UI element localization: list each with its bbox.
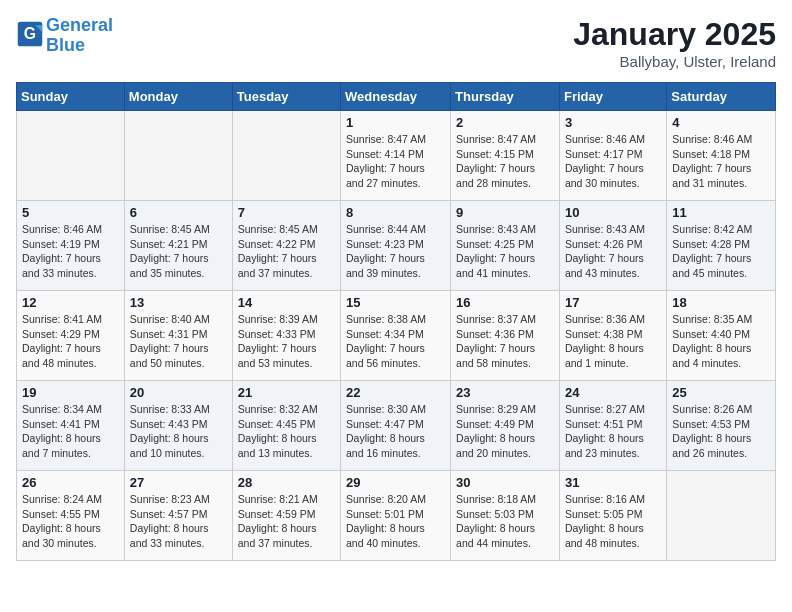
weekday-header-sunday: Sunday [17,83,125,111]
day-info: Sunrise: 8:20 AM Sunset: 5:01 PM Dayligh… [346,492,445,551]
day-number: 19 [22,385,119,400]
weekday-header-row: SundayMondayTuesdayWednesdayThursdayFrid… [17,83,776,111]
calendar-cell [232,111,340,201]
calendar-cell: 10Sunrise: 8:43 AM Sunset: 4:26 PM Dayli… [559,201,666,291]
calendar-table: SundayMondayTuesdayWednesdayThursdayFrid… [16,82,776,561]
calendar-cell: 7Sunrise: 8:45 AM Sunset: 4:22 PM Daylig… [232,201,340,291]
calendar-cell: 21Sunrise: 8:32 AM Sunset: 4:45 PM Dayli… [232,381,340,471]
weekday-header-saturday: Saturday [667,83,776,111]
day-number: 1 [346,115,445,130]
calendar-cell: 23Sunrise: 8:29 AM Sunset: 4:49 PM Dayli… [451,381,560,471]
day-info: Sunrise: 8:45 AM Sunset: 4:22 PM Dayligh… [238,222,335,281]
day-number: 22 [346,385,445,400]
calendar-cell: 24Sunrise: 8:27 AM Sunset: 4:51 PM Dayli… [559,381,666,471]
day-info: Sunrise: 8:35 AM Sunset: 4:40 PM Dayligh… [672,312,770,371]
day-number: 25 [672,385,770,400]
day-number: 27 [130,475,227,490]
day-number: 20 [130,385,227,400]
day-info: Sunrise: 8:38 AM Sunset: 4:34 PM Dayligh… [346,312,445,371]
day-info: Sunrise: 8:32 AM Sunset: 4:45 PM Dayligh… [238,402,335,461]
day-number: 16 [456,295,554,310]
calendar-cell: 1Sunrise: 8:47 AM Sunset: 4:14 PM Daylig… [341,111,451,201]
day-info: Sunrise: 8:39 AM Sunset: 4:33 PM Dayligh… [238,312,335,371]
day-number: 26 [22,475,119,490]
day-number: 10 [565,205,661,220]
day-info: Sunrise: 8:43 AM Sunset: 4:26 PM Dayligh… [565,222,661,281]
day-info: Sunrise: 8:27 AM Sunset: 4:51 PM Dayligh… [565,402,661,461]
day-info: Sunrise: 8:29 AM Sunset: 4:49 PM Dayligh… [456,402,554,461]
day-info: Sunrise: 8:43 AM Sunset: 4:25 PM Dayligh… [456,222,554,281]
day-number: 28 [238,475,335,490]
weekday-header-friday: Friday [559,83,666,111]
calendar-cell [124,111,232,201]
calendar-cell: 5Sunrise: 8:46 AM Sunset: 4:19 PM Daylig… [17,201,125,291]
calendar-cell: 3Sunrise: 8:46 AM Sunset: 4:17 PM Daylig… [559,111,666,201]
calendar-cell: 9Sunrise: 8:43 AM Sunset: 4:25 PM Daylig… [451,201,560,291]
calendar-cell: 16Sunrise: 8:37 AM Sunset: 4:36 PM Dayli… [451,291,560,381]
weekday-header-monday: Monday [124,83,232,111]
calendar-cell: 11Sunrise: 8:42 AM Sunset: 4:28 PM Dayli… [667,201,776,291]
day-number: 18 [672,295,770,310]
day-number: 6 [130,205,227,220]
logo-icon: G [16,20,44,48]
calendar-cell: 6Sunrise: 8:45 AM Sunset: 4:21 PM Daylig… [124,201,232,291]
logo-text: GeneralBlue [46,16,113,56]
day-number: 15 [346,295,445,310]
day-info: Sunrise: 8:42 AM Sunset: 4:28 PM Dayligh… [672,222,770,281]
day-info: Sunrise: 8:46 AM Sunset: 4:17 PM Dayligh… [565,132,661,191]
day-number: 21 [238,385,335,400]
calendar-cell: 14Sunrise: 8:39 AM Sunset: 4:33 PM Dayli… [232,291,340,381]
day-info: Sunrise: 8:46 AM Sunset: 4:18 PM Dayligh… [672,132,770,191]
day-number: 12 [22,295,119,310]
day-number: 17 [565,295,661,310]
day-info: Sunrise: 8:24 AM Sunset: 4:55 PM Dayligh… [22,492,119,551]
title-block: January 2025 Ballybay, Ulster, Ireland [573,16,776,70]
logo: G GeneralBlue [16,16,113,56]
day-number: 14 [238,295,335,310]
day-info: Sunrise: 8:47 AM Sunset: 4:15 PM Dayligh… [456,132,554,191]
day-info: Sunrise: 8:45 AM Sunset: 4:21 PM Dayligh… [130,222,227,281]
calendar-cell: 13Sunrise: 8:40 AM Sunset: 4:31 PM Dayli… [124,291,232,381]
day-number: 9 [456,205,554,220]
day-info: Sunrise: 8:23 AM Sunset: 4:57 PM Dayligh… [130,492,227,551]
calendar-cell: 8Sunrise: 8:44 AM Sunset: 4:23 PM Daylig… [341,201,451,291]
calendar-cell: 22Sunrise: 8:30 AM Sunset: 4:47 PM Dayli… [341,381,451,471]
day-info: Sunrise: 8:16 AM Sunset: 5:05 PM Dayligh… [565,492,661,551]
calendar-cell: 30Sunrise: 8:18 AM Sunset: 5:03 PM Dayli… [451,471,560,561]
day-number: 5 [22,205,119,220]
day-info: Sunrise: 8:41 AM Sunset: 4:29 PM Dayligh… [22,312,119,371]
day-number: 23 [456,385,554,400]
calendar-cell: 26Sunrise: 8:24 AM Sunset: 4:55 PM Dayli… [17,471,125,561]
calendar-cell: 17Sunrise: 8:36 AM Sunset: 4:38 PM Dayli… [559,291,666,381]
calendar-week-2: 5Sunrise: 8:46 AM Sunset: 4:19 PM Daylig… [17,201,776,291]
day-info: Sunrise: 8:30 AM Sunset: 4:47 PM Dayligh… [346,402,445,461]
day-number: 13 [130,295,227,310]
day-number: 24 [565,385,661,400]
calendar-cell: 12Sunrise: 8:41 AM Sunset: 4:29 PM Dayli… [17,291,125,381]
day-number: 30 [456,475,554,490]
day-info: Sunrise: 8:34 AM Sunset: 4:41 PM Dayligh… [22,402,119,461]
day-info: Sunrise: 8:33 AM Sunset: 4:43 PM Dayligh… [130,402,227,461]
day-number: 11 [672,205,770,220]
calendar-cell: 15Sunrise: 8:38 AM Sunset: 4:34 PM Dayli… [341,291,451,381]
day-info: Sunrise: 8:37 AM Sunset: 4:36 PM Dayligh… [456,312,554,371]
day-info: Sunrise: 8:46 AM Sunset: 4:19 PM Dayligh… [22,222,119,281]
location-subtitle: Ballybay, Ulster, Ireland [573,53,776,70]
day-info: Sunrise: 8:18 AM Sunset: 5:03 PM Dayligh… [456,492,554,551]
calendar-cell [17,111,125,201]
calendar-cell: 18Sunrise: 8:35 AM Sunset: 4:40 PM Dayli… [667,291,776,381]
day-number: 4 [672,115,770,130]
calendar-cell: 25Sunrise: 8:26 AM Sunset: 4:53 PM Dayli… [667,381,776,471]
day-number: 2 [456,115,554,130]
month-title: January 2025 [573,16,776,53]
calendar-cell: 31Sunrise: 8:16 AM Sunset: 5:05 PM Dayli… [559,471,666,561]
calendar-cell: 2Sunrise: 8:47 AM Sunset: 4:15 PM Daylig… [451,111,560,201]
day-number: 8 [346,205,445,220]
day-info: Sunrise: 8:47 AM Sunset: 4:14 PM Dayligh… [346,132,445,191]
svg-text:G: G [24,25,36,42]
calendar-cell: 29Sunrise: 8:20 AM Sunset: 5:01 PM Dayli… [341,471,451,561]
day-number: 31 [565,475,661,490]
calendar-cell: 28Sunrise: 8:21 AM Sunset: 4:59 PM Dayli… [232,471,340,561]
day-number: 29 [346,475,445,490]
day-info: Sunrise: 8:21 AM Sunset: 4:59 PM Dayligh… [238,492,335,551]
